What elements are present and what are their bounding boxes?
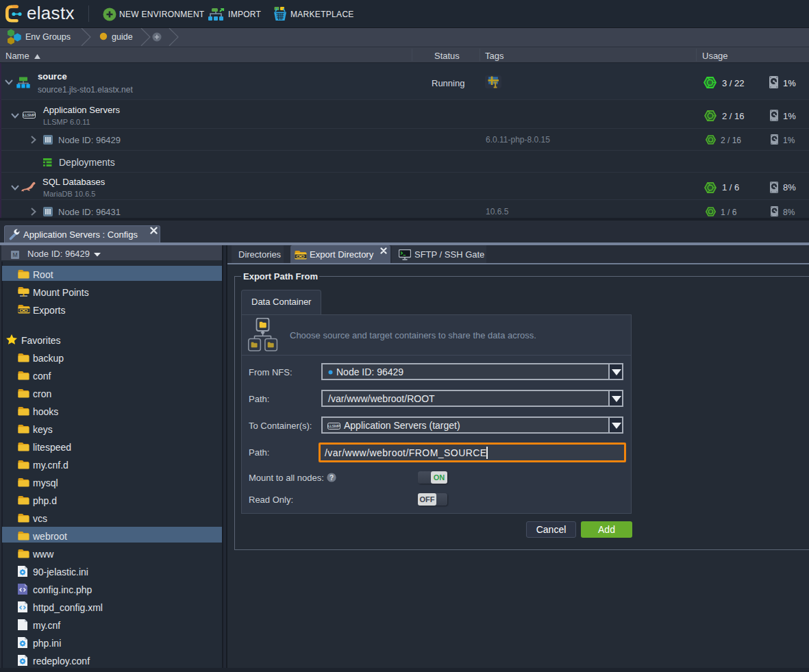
svg-text:LLSMP: LLSMP	[328, 424, 340, 428]
svg-text:?: ?	[329, 474, 334, 482]
svg-text:M: M	[12, 251, 17, 258]
svg-text:LLSMP: LLSMP	[23, 113, 36, 117]
